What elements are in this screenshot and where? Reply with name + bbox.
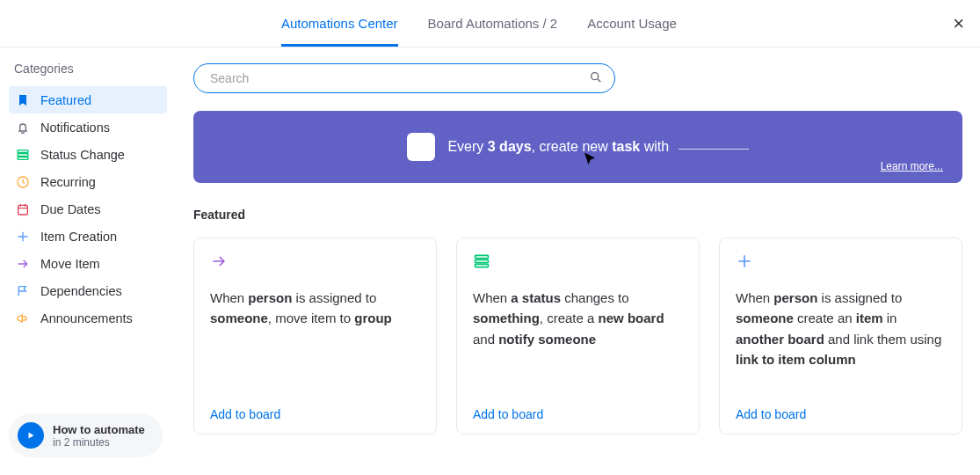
sidebar-item-notifications[interactable]: Notifications xyxy=(9,113,167,141)
sidebar-item-announcements[interactable]: Announcements xyxy=(9,304,167,332)
automation-card-2[interactable]: When person is assigned to someone creat… xyxy=(719,238,962,435)
sidebar-item-featured[interactable]: Featured xyxy=(9,86,167,113)
banner-text: Every 3 days, create new task with xyxy=(447,139,748,155)
sidebar-title: Categories xyxy=(9,62,167,76)
arrow-icon xyxy=(210,252,420,277)
sidebar-item-label: Announcements xyxy=(40,311,133,325)
sidebar-item-item-creation[interactable]: Item Creation xyxy=(9,223,167,250)
sidebar-item-label: Status Change xyxy=(40,148,125,162)
section-title: Featured xyxy=(193,208,962,222)
sidebar-item-label: Due Dates xyxy=(40,202,101,216)
status-icon xyxy=(16,148,37,162)
automation-card-0[interactable]: When person is assigned to someone, move… xyxy=(193,238,437,435)
sidebar-item-status-change[interactable]: Status Change xyxy=(9,141,167,168)
card-text: When person is assigned to someone, move… xyxy=(210,288,420,398)
sidebar-item-label: Recurring xyxy=(40,175,96,189)
automation-card-1[interactable]: When a status changes to something, crea… xyxy=(456,238,700,435)
cards-row: When person is assigned to someone, move… xyxy=(193,238,962,435)
bookmark-icon xyxy=(16,93,37,107)
tab-2[interactable]: Account Usage xyxy=(587,0,677,47)
sidebar-item-dependencies[interactable]: Dependencies xyxy=(9,277,167,304)
add-to-board-link[interactable]: Add to board xyxy=(473,407,683,421)
search-wrap xyxy=(193,63,615,93)
card-text: When a status changes to something, crea… xyxy=(473,288,683,398)
megaphone-icon xyxy=(16,311,37,325)
sidebar-item-label: Notifications xyxy=(40,121,110,135)
flag-icon xyxy=(16,284,37,298)
close-button[interactable]: × xyxy=(953,12,964,35)
calendar-icon xyxy=(16,202,37,216)
arrow-icon xyxy=(16,257,37,271)
learn-more-link[interactable]: Learn more... xyxy=(881,160,943,172)
bell-icon xyxy=(16,121,37,135)
search-input[interactable] xyxy=(193,63,615,93)
sidebar-item-label: Move Item xyxy=(40,257,100,271)
sidebar-item-move-item[interactable]: Move Item xyxy=(9,250,167,277)
add-to-board-link[interactable]: Add to board xyxy=(736,407,946,421)
main-content: Every 3 days, create new task with Learn… xyxy=(176,48,980,475)
tab-0[interactable]: Automations Center xyxy=(281,0,398,47)
tab-1[interactable]: Board Automations / 2 xyxy=(428,0,558,47)
add-to-board-link[interactable]: Add to board xyxy=(210,407,420,421)
plus-icon xyxy=(736,252,946,277)
play-icon xyxy=(18,422,44,449)
status-icon xyxy=(473,252,683,277)
demo-banner[interactable]: Every 3 days, create new task with Learn… xyxy=(193,111,962,183)
sidebar-item-recurring[interactable]: Recurring xyxy=(9,168,167,195)
sidebar-item-due-dates[interactable]: Due Dates xyxy=(9,195,167,223)
card-text: When person is assigned to someone creat… xyxy=(736,288,946,398)
header: Automations CenterBoard Automations / 2A… xyxy=(0,0,980,48)
header-tabs: Automations CenterBoard Automations / 2A… xyxy=(281,0,677,47)
clock-icon xyxy=(16,175,37,189)
plus-icon xyxy=(16,230,37,244)
plus-icon xyxy=(407,133,435,161)
sidebar-item-label: Item Creation xyxy=(40,230,117,244)
sidebar: Categories FeaturedNotificationsStatus C… xyxy=(0,48,176,475)
tutorial-pill[interactable]: How to automate in 2 minutes xyxy=(9,413,163,457)
sidebar-item-label: Dependencies xyxy=(40,284,122,298)
search-icon xyxy=(589,70,603,87)
tutorial-text: How to automate in 2 minutes xyxy=(53,423,145,449)
sidebar-item-label: Featured xyxy=(40,93,91,107)
